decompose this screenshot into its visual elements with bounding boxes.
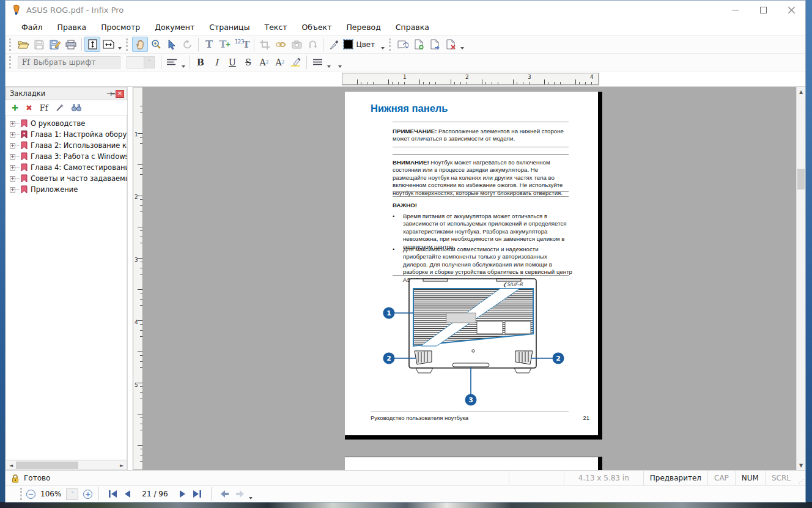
close-button[interactable] — [777, 1, 805, 19]
last-page-button[interactable] — [190, 487, 205, 501]
scroll-down-icon[interactable]: ▼ — [797, 460, 805, 470]
subscript-button[interactable]: A2 — [272, 55, 288, 70]
save-button[interactable] — [31, 37, 47, 52]
scroll-right-icon[interactable]: ► — [117, 461, 127, 469]
menu-edit[interactable]: Правка — [50, 20, 94, 34]
menu-view[interactable]: Просмотр — [94, 20, 147, 34]
pdf-page[interactable]: Нижняя панель ПРИМЕЧАНИЕ: Расположение э… — [345, 92, 602, 440]
history-back-button[interactable] — [218, 487, 232, 501]
expand-icon[interactable]: + — [10, 121, 15, 127]
highlight-button[interactable] — [288, 55, 304, 70]
wand-icon[interactable] — [56, 103, 64, 112]
print-button[interactable] — [63, 37, 79, 52]
menu-object[interactable]: Объект — [295, 20, 339, 34]
bookmark-item-current[interactable]: + Глава 1: Настройка оборудов — [9, 129, 127, 140]
menu-pages[interactable]: Страницы — [202, 20, 257, 34]
hand-tool-button[interactable] — [132, 37, 148, 52]
number-text-button[interactable]: 123 T — [233, 37, 251, 52]
menu-text[interactable]: Текст — [257, 20, 295, 34]
italic-button[interactable]: I — [209, 55, 224, 70]
font-select[interactable]: Ff Выбрать шрифт — [18, 56, 120, 68]
bookmark-item[interactable]: + Глава 2: Использование комп — [9, 140, 127, 151]
bookmark-item[interactable]: + Приложение — [9, 184, 127, 195]
menu-document[interactable]: Документ — [147, 20, 202, 34]
zoom-mode-dropdown[interactable] — [116, 37, 124, 52]
underline-button[interactable]: U — [224, 55, 240, 70]
panel-close-icon[interactable]: ✕ — [116, 90, 124, 98]
superscript-button[interactable]: A2 — [256, 55, 272, 70]
toolbar-drag-handle[interactable] — [9, 56, 12, 68]
toolbar-overflow[interactable] — [336, 55, 344, 70]
bookmark-item[interactable]: + Советы и часто задаваемые в — [9, 173, 127, 184]
zoom-out-button[interactable]: − — [26, 490, 35, 499]
replace-pages-button[interactable] — [395, 37, 411, 52]
pages-dropdown[interactable] — [459, 37, 466, 52]
vertical-scrollbar[interactable]: ▲ ▼ — [796, 87, 805, 470]
toolbar-drag-handle[interactable] — [20, 488, 23, 500]
rotate-tool-button[interactable] — [180, 37, 196, 52]
menu-file[interactable]: Файл — [14, 20, 50, 34]
minimize-button[interactable] — [721, 1, 749, 19]
hscroll-thumb[interactable] — [16, 462, 78, 469]
panel-hscrollbar[interactable]: ◄ ► — [6, 460, 127, 470]
color-dropdown[interactable] — [379, 37, 386, 52]
crop-tool-button[interactable] — [257, 37, 273, 52]
snapshot-button[interactable] — [289, 37, 304, 52]
link-tool-button[interactable] — [273, 37, 289, 52]
vscroll-thumb[interactable] — [797, 169, 805, 190]
expand-icon[interactable]: + — [10, 143, 15, 149]
resize-grip[interactable]: ⋰ — [797, 471, 805, 485]
eyedropper-button[interactable] — [326, 37, 342, 52]
expand-icon[interactable]: + — [10, 165, 15, 171]
toolbar-drag-handle[interactable] — [126, 39, 129, 51]
nav-overflow[interactable] — [247, 487, 254, 502]
toolbar-drag-handle[interactable] — [389, 39, 392, 51]
bookmark-item[interactable]: + О руководстве — [9, 118, 127, 129]
strikethrough-button[interactable]: S — [240, 55, 256, 70]
expand-icon[interactable]: + — [10, 132, 15, 138]
history-forward-button[interactable] — [232, 487, 247, 501]
bookmark-item[interactable]: + Глава 4: Самотестирование п — [9, 162, 127, 173]
linespacing-dropdown[interactable] — [325, 55, 333, 70]
edit-text-button[interactable]: T — [201, 37, 217, 52]
linespacing-button[interactable] — [309, 55, 325, 70]
expand-icon[interactable]: + — [10, 176, 15, 182]
maximize-button[interactable] — [749, 1, 777, 19]
bold-button[interactable]: B — [193, 55, 209, 70]
fit-width-button[interactable] — [100, 37, 116, 52]
align-button[interactable] — [164, 55, 180, 70]
expand-icon[interactable]: + — [10, 187, 15, 193]
delete-bookmark-icon[interactable]: ✖ — [26, 103, 32, 112]
open-button[interactable] — [15, 37, 31, 52]
fit-page-button[interactable] — [84, 37, 100, 52]
bookmark-item[interactable]: + Глава 3: Работа с Windows 10 — [9, 151, 127, 162]
zoom-tool-button[interactable] — [148, 37, 164, 52]
zoom-in-button[interactable]: + — [83, 490, 92, 499]
color-picker-button[interactable]: Цвет — [342, 37, 379, 52]
previous-page-button[interactable] — [120, 487, 135, 501]
scroll-left-icon[interactable]: ◄ — [6, 461, 16, 469]
menu-translate[interactable]: Перевод — [339, 20, 388, 34]
zoom-dropdown[interactable]: ˅ — [66, 488, 78, 500]
expand-icon[interactable]: + — [10, 154, 15, 160]
pdf-page-next[interactable] — [345, 457, 602, 470]
align-dropdown[interactable] — [180, 55, 187, 70]
menu-help[interactable]: Справка — [388, 20, 437, 34]
binoculars-icon[interactable] — [72, 104, 81, 112]
add-bookmark-icon[interactable]: ✚ — [12, 103, 18, 112]
next-page-button[interactable] — [175, 487, 190, 501]
bookmark-font-icon[interactable]: Ff — [40, 103, 48, 112]
first-page-button[interactable] — [105, 487, 120, 501]
scroll-up-icon[interactable]: ▲ — [797, 87, 805, 97]
pin-icon[interactable]: ╀ — [107, 92, 115, 96]
font-size-select[interactable]: ˅ — [127, 56, 155, 68]
insert-page-button[interactable] — [411, 37, 427, 52]
extract-page-button[interactable] — [427, 37, 443, 52]
revert-button[interactable] — [304, 37, 320, 52]
document-area[interactable]: Нижняя панель ПРИМЕЧАНИЕ: Расположение э… — [143, 87, 796, 470]
delete-page-button[interactable] — [443, 37, 459, 52]
add-text-button[interactable]: T + — [217, 37, 233, 52]
save-as-button[interactable] — [47, 37, 63, 52]
toolbar-drag-handle[interactable] — [9, 39, 12, 51]
page-indicator[interactable]: 21 / 96 — [142, 490, 168, 498]
